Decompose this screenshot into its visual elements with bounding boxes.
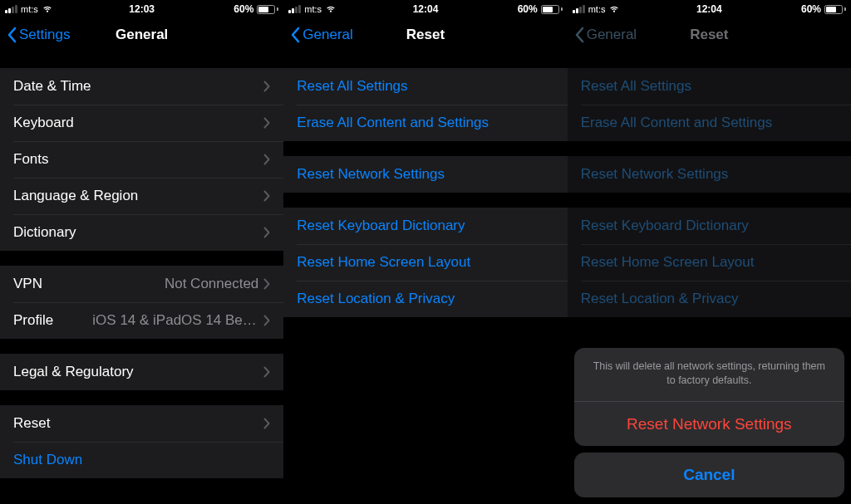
chevron-right-icon (263, 315, 270, 326)
action-sheet-cancel-button[interactable]: Cancel (574, 453, 844, 497)
chevron-left-icon (574, 27, 584, 43)
nav-bar: General Reset (283, 17, 567, 53)
wifi-icon (42, 5, 53, 13)
signal-icon (288, 5, 301, 13)
chevron-left-icon (7, 27, 17, 43)
status-bar: mt:s 12:03 60% (0, 0, 283, 17)
wifi-icon (325, 5, 337, 13)
nav-bar: Settings General (0, 17, 283, 53)
status-bar: mt:s 12:04 60% (568, 0, 851, 17)
settings-cell[interactable]: Reset Network Settings (283, 156, 567, 193)
settings-cell[interactable]: Reset Location & Privacy (283, 281, 567, 317)
cell-label: Date & Time (13, 78, 263, 95)
cell-label: Erase All Content and Settings (297, 115, 553, 131)
action-sheet-message: This will delete all network settings, r… (574, 348, 844, 401)
battery-pct: 60% (801, 3, 821, 15)
chevron-right-icon (263, 154, 270, 165)
pane-reset: mt:s 12:04 60% General Reset Reset All S… (283, 0, 567, 504)
chevron-right-icon (263, 227, 270, 238)
settings-cell[interactable]: ProfileiOS 14 & iPadOS 14 Beta Softwar… (0, 302, 283, 339)
battery-icon (257, 5, 278, 14)
battery-icon (824, 5, 846, 14)
settings-cell[interactable]: Dictionary (0, 214, 283, 251)
settings-cell[interactable]: Legal & Regulatory (0, 354, 283, 390)
cell-label: VPN (13, 276, 165, 292)
settings-list: Reset All SettingsErase All Content and … (283, 68, 567, 317)
chevron-right-icon (263, 366, 270, 378)
settings-list: Reset All SettingsErase All Content and … (568, 68, 851, 317)
settings-cell[interactable]: Reset (0, 405, 283, 442)
cell-label: Reset Location & Privacy (581, 291, 838, 307)
settings-cell: Reset Keyboard Dictionary (568, 208, 851, 244)
settings-cell: Reset All Settings (568, 68, 851, 105)
cell-label: Keyboard (13, 115, 263, 131)
carrier-label: mt:s (21, 4, 38, 14)
cell-label: Reset Network Settings (581, 166, 838, 183)
back-button[interactable]: Settings (7, 27, 70, 43)
status-bar: mt:s 12:04 60% (283, 0, 567, 17)
settings-cell[interactable]: Erase All Content and Settings (283, 105, 567, 141)
battery-pct: 60% (234, 3, 253, 15)
settings-cell: Reset Location & Privacy (568, 281, 851, 317)
battery-icon (541, 5, 563, 14)
cell-label: Dictionary (13, 224, 263, 241)
cell-label: Fonts (13, 151, 263, 168)
settings-cell[interactable]: VPNNot Connected (0, 266, 283, 302)
pane-general: mt:s 12:03 60% Settings General Date & T… (0, 0, 283, 504)
cell-label: Reset (13, 415, 263, 432)
settings-cell: Reset Home Screen Layout (568, 244, 851, 281)
back-label: Settings (19, 27, 70, 43)
back-label: General (303, 27, 352, 43)
chevron-left-icon (290, 27, 300, 43)
cell-label: Shut Down (13, 452, 270, 468)
settings-cell[interactable]: Keyboard (0, 105, 283, 141)
settings-cell[interactable]: Reset All Settings (283, 68, 567, 105)
cell-detail: Not Connected (165, 276, 258, 292)
chevron-right-icon (263, 117, 270, 129)
battery-pct: 60% (518, 3, 538, 15)
back-label: General (587, 27, 637, 43)
pane-reset-confirm: mt:s 12:04 60% General Reset Reset All S… (568, 0, 851, 504)
settings-cell: Reset Network Settings (568, 156, 851, 193)
settings-cell[interactable]: Language & Region (0, 178, 283, 214)
cell-label: Legal & Regulatory (13, 364, 263, 380)
chevron-right-icon (263, 278, 270, 290)
chevron-right-icon (263, 418, 270, 429)
settings-cell[interactable]: Reset Home Screen Layout (283, 244, 567, 281)
carrier-label: mt:s (304, 4, 322, 14)
cell-label: Reset Location & Privacy (297, 291, 553, 307)
settings-cell[interactable]: Shut Down (0, 442, 283, 478)
nav-bar: General Reset (568, 17, 851, 53)
action-sheet: This will delete all network settings, r… (574, 348, 844, 497)
cell-label: Reset Home Screen Layout (581, 254, 838, 271)
cell-label: Reset Keyboard Dictionary (581, 218, 838, 234)
cell-label: Profile (13, 312, 92, 329)
action-sheet-destructive-button[interactable]: Reset Network Settings (574, 401, 844, 446)
chevron-right-icon (263, 190, 270, 202)
cell-label: Reset Home Screen Layout (297, 254, 553, 271)
back-button: General (574, 27, 637, 43)
signal-icon (5, 5, 17, 13)
cell-label: Language & Region (13, 188, 263, 204)
settings-cell[interactable]: Fonts (0, 141, 283, 178)
signal-icon (573, 5, 585, 13)
chevron-right-icon (263, 81, 270, 92)
settings-cell[interactable]: Date & Time (0, 68, 283, 105)
settings-list: Date & TimeKeyboardFontsLanguage & Regio… (0, 68, 283, 478)
cell-label: Reset All Settings (297, 78, 553, 95)
settings-cell: Erase All Content and Settings (568, 105, 851, 141)
cell-label: Reset Keyboard Dictionary (297, 218, 553, 234)
carrier-label: mt:s (588, 4, 606, 14)
settings-cell[interactable]: Reset Keyboard Dictionary (283, 208, 567, 244)
cell-label: Erase All Content and Settings (581, 115, 838, 131)
cell-detail: iOS 14 & iPadOS 14 Beta Softwar… (92, 312, 258, 329)
wifi-icon (608, 5, 620, 13)
cell-label: Reset All Settings (581, 78, 838, 95)
back-button[interactable]: General (290, 27, 352, 43)
cell-label: Reset Network Settings (297, 166, 553, 183)
